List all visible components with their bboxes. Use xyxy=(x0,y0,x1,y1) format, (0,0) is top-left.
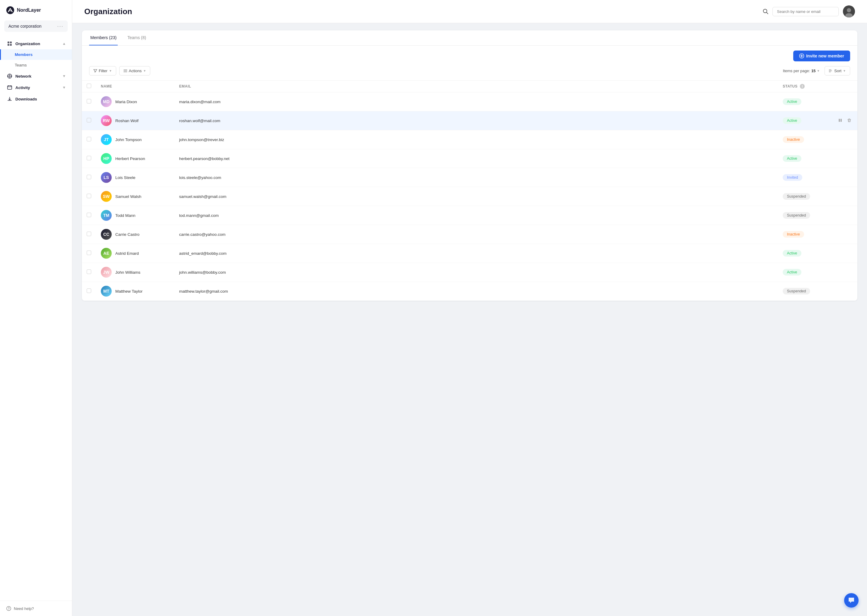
sort-chevron-icon: ▼ xyxy=(843,69,846,72)
select-all-checkbox[interactable] xyxy=(87,83,91,88)
sidebar-item-downloads[interactable]: Downloads xyxy=(0,93,72,105)
member-email: matthew.taylor@gmail.com xyxy=(174,282,778,301)
org-menu-dots[interactable]: ··· xyxy=(57,24,63,29)
table-row: JT John Tompson john.tompson@trever.biz … xyxy=(82,130,858,149)
svg-rect-29 xyxy=(839,119,840,122)
tab-teams[interactable]: Teams (8) xyxy=(126,30,147,46)
pause-button[interactable] xyxy=(837,174,843,181)
invite-new-member-button[interactable]: Invite new member xyxy=(793,50,850,61)
svg-rect-44 xyxy=(840,251,842,255)
pause-icon xyxy=(838,156,842,160)
pause-button[interactable] xyxy=(837,212,843,219)
row-checkbox-1[interactable] xyxy=(87,99,91,104)
pause-button[interactable] xyxy=(837,288,843,295)
col-header-email: EMAIL xyxy=(174,81,778,92)
pause-button[interactable] xyxy=(837,250,843,257)
table-row: SW Samuel Walsh samuel.walsh@gmail.com S… xyxy=(82,187,858,206)
svg-text:?: ? xyxy=(8,607,9,610)
activity-nav-label: Activity xyxy=(15,85,30,90)
user-avatar[interactable] xyxy=(843,5,855,17)
delete-button[interactable] xyxy=(846,269,853,276)
pause-button[interactable] xyxy=(837,136,843,143)
pause-button[interactable] xyxy=(837,193,843,200)
pause-button[interactable] xyxy=(837,269,843,276)
delete-button[interactable] xyxy=(846,231,853,238)
delete-button[interactable] xyxy=(846,155,853,162)
pause-icon xyxy=(838,194,842,198)
delete-button[interactable] xyxy=(846,136,853,143)
svg-rect-31 xyxy=(839,138,840,141)
svg-rect-7 xyxy=(8,86,12,90)
items-per-page-label: Items per page: xyxy=(783,69,810,73)
member-avatar: TM xyxy=(101,210,112,221)
delete-button[interactable] xyxy=(846,174,853,181)
member-avatar: HP xyxy=(101,153,112,164)
member-name: Roshan Wolf xyxy=(115,118,139,123)
status-badge: Active xyxy=(783,98,801,105)
delete-button[interactable] xyxy=(846,98,853,105)
org-selector[interactable]: Acme corporation ··· xyxy=(4,20,68,32)
member-name: Maria Dixon xyxy=(115,99,137,104)
search-icon-button[interactable] xyxy=(763,9,768,14)
member-name: Herbert Pearson xyxy=(115,156,145,161)
status-badge: Inactive xyxy=(783,231,804,237)
logo-text: NordLayer xyxy=(17,8,41,13)
table-toolbar: Filter ▼ Actions ▼ xyxy=(82,61,858,80)
table-row: MD Maria Dixon maria.dixon@mail.com Acti… xyxy=(82,92,858,111)
delete-button[interactable] xyxy=(846,117,853,124)
member-name-cell: LS Lois Steele xyxy=(101,172,169,183)
svg-rect-35 xyxy=(839,176,840,179)
delete-button[interactable] xyxy=(846,212,853,219)
activity-chevron-icon: ▼ xyxy=(62,85,66,90)
pause-button[interactable] xyxy=(837,98,843,105)
member-avatar: LS xyxy=(101,172,112,183)
actions-button[interactable]: Actions ▼ xyxy=(119,66,151,75)
sidebar-item-members[interactable]: Members xyxy=(0,49,72,60)
logo-area: NordLayer xyxy=(0,0,72,19)
sidebar-item-activity[interactable]: Activity ▼ xyxy=(0,82,72,93)
pause-button[interactable] xyxy=(837,231,843,238)
row-checkbox-2[interactable] xyxy=(87,118,91,123)
search-input[interactable] xyxy=(772,7,839,16)
row-checkbox-10[interactable] xyxy=(87,269,91,274)
topbar-right xyxy=(763,5,855,17)
member-avatar: MD xyxy=(101,96,112,107)
status-badge: Active xyxy=(783,250,801,256)
sidebar-item-network[interactable]: Network ▼ xyxy=(0,71,72,82)
row-checkbox-6[interactable] xyxy=(87,194,91,198)
sort-button[interactable]: Sort ▼ xyxy=(824,66,850,75)
svg-rect-46 xyxy=(840,270,842,273)
delete-button[interactable] xyxy=(846,193,853,200)
sidebar-item-teams[interactable]: Teams xyxy=(0,60,72,71)
svg-rect-27 xyxy=(839,100,840,103)
row-checkbox-3[interactable] xyxy=(87,137,91,141)
member-name: Matthew Taylor xyxy=(115,289,143,294)
toolbar-right: Items per page: 15 ▼ Sort ▼ xyxy=(783,66,850,75)
row-checkbox-11[interactable] xyxy=(87,288,91,293)
row-checkbox-8[interactable] xyxy=(87,232,91,236)
status-info-icon[interactable]: i xyxy=(800,84,805,89)
pause-button[interactable] xyxy=(837,117,843,124)
sidebar-item-organization[interactable]: Organization ▲ xyxy=(0,38,72,49)
chat-fab-button[interactable] xyxy=(844,593,859,608)
status-badge: Invited xyxy=(783,174,802,181)
filter-button[interactable]: Filter ▼ xyxy=(89,66,116,75)
tab-members[interactable]: Members (23) xyxy=(89,30,118,46)
trash-icon xyxy=(847,251,851,255)
need-help-footer[interactable]: ? Need help? xyxy=(0,601,72,616)
row-checkbox-9[interactable] xyxy=(87,251,91,255)
delete-button[interactable] xyxy=(846,288,853,295)
col-header-status: STATUS i xyxy=(778,81,832,92)
status-badge: Suspended xyxy=(783,288,810,294)
member-email: herbert.pearson@bobby.net xyxy=(174,149,778,168)
row-checkbox-7[interactable] xyxy=(87,213,91,217)
svg-rect-45 xyxy=(839,270,840,273)
tabs-bar: Members (23) Teams (8) xyxy=(82,30,858,46)
items-per-page-chevron-icon[interactable]: ▼ xyxy=(817,69,820,72)
delete-button[interactable] xyxy=(846,250,853,257)
table-row: MT Matthew Taylor matthew.taylor@gmail.c… xyxy=(82,282,858,301)
avatar-image xyxy=(843,5,855,17)
row-checkbox-5[interactable] xyxy=(87,175,91,179)
pause-button[interactable] xyxy=(837,155,843,162)
row-checkbox-4[interactable] xyxy=(87,156,91,160)
